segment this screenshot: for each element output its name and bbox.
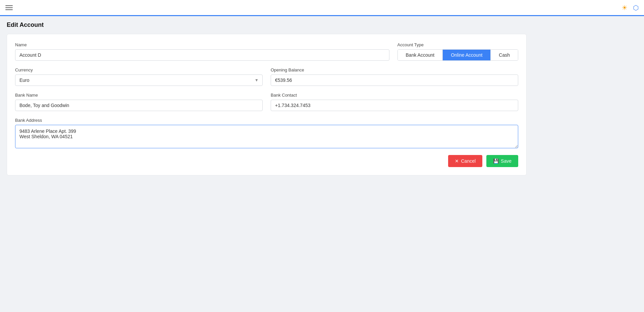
bank-name-group: Bank Name	[15, 93, 263, 111]
top-bar-left	[5, 5, 13, 10]
bank-address-group: Bank Address 9483 Arlene Place Apt. 399 …	[15, 118, 518, 148]
page-content: Edit Account Name Account Type Bank Acco…	[0, 16, 644, 181]
name-input[interactable]	[15, 49, 389, 61]
bank-name-label: Bank Name	[15, 93, 263, 98]
account-type-label: Account Type	[397, 42, 518, 47]
bank-contact-input[interactable]	[271, 100, 518, 111]
currency-group: Currency Euro US Dollar British Pound Ja…	[15, 67, 263, 86]
form-row-bank-address: Bank Address 9483 Arlene Place Apt. 399 …	[15, 118, 518, 148]
cancel-button[interactable]: ✕ Cancel	[448, 155, 482, 167]
save-label: Save	[501, 158, 512, 164]
name-group: Name	[15, 42, 389, 61]
currency-select-wrapper: Euro US Dollar British Pound Japanese Ye…	[15, 74, 263, 86]
top-bar-right: ☀ ⬡	[622, 4, 639, 12]
form-actions: ✕ Cancel 💾 Save	[15, 155, 518, 167]
form-row-name-type: Name Account Type Bank Account Online Ac…	[15, 42, 518, 61]
theme-toggle-icon[interactable]: ☀	[622, 4, 628, 12]
opening-balance-group: Opening Balance	[271, 67, 518, 86]
form-row-bank-name-contact: Bank Name Bank Contact	[15, 93, 518, 111]
account-type-online-button[interactable]: Online Account	[443, 50, 491, 60]
bank-address-textarea[interactable]: 9483 Arlene Place Apt. 399 West Sheldon,…	[15, 125, 518, 148]
bank-contact-group: Bank Contact	[271, 93, 518, 111]
hamburger-menu-button[interactable]	[5, 5, 13, 10]
opening-balance-label: Opening Balance	[271, 67, 518, 72]
bank-address-label: Bank Address	[15, 118, 518, 123]
account-type-group: Account Type Bank Account Online Account…	[397, 42, 518, 61]
account-type-buttons: Bank Account Online Account Cash	[397, 49, 518, 61]
app-icon[interactable]: ⬡	[633, 4, 639, 12]
top-bar: ☀ ⬡	[0, 0, 644, 16]
currency-select[interactable]: Euro US Dollar British Pound Japanese Ye…	[15, 74, 263, 86]
name-label: Name	[15, 42, 389, 47]
form-row-currency-balance: Currency Euro US Dollar British Pound Ja…	[15, 67, 518, 86]
cancel-label: Cancel	[461, 158, 476, 164]
bank-contact-label: Bank Contact	[271, 93, 518, 98]
cancel-x-icon: ✕	[455, 158, 459, 164]
edit-account-card: Name Account Type Bank Account Online Ac…	[7, 34, 527, 175]
save-disk-icon: 💾	[493, 158, 499, 164]
account-type-bank-button[interactable]: Bank Account	[398, 50, 443, 60]
opening-balance-input[interactable]	[271, 74, 518, 86]
save-button[interactable]: 💾 Save	[486, 155, 518, 167]
account-type-cash-button[interactable]: Cash	[491, 50, 518, 60]
bank-name-input[interactable]	[15, 100, 263, 111]
currency-label: Currency	[15, 67, 263, 72]
page-title: Edit Account	[7, 21, 637, 29]
